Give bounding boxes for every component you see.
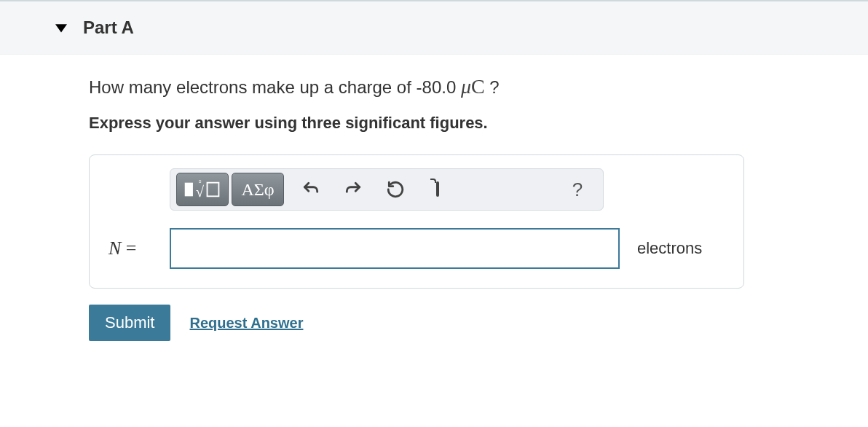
- toolbar-dark-group: ▫ √ ΑΣφ: [176, 173, 284, 206]
- keyboard-button[interactable]: [417, 173, 459, 206]
- help-icon: ?: [572, 179, 583, 201]
- request-answer-label: Request Answer: [189, 315, 303, 331]
- answer-panel: ▫ √ ΑΣφ: [89, 154, 744, 289]
- svg-text:√: √: [196, 184, 205, 200]
- answer-units: electrons: [637, 239, 702, 258]
- answer-row: N = electrons: [103, 228, 730, 269]
- equals-sign: =: [121, 238, 136, 259]
- svg-rect-1: [185, 183, 193, 197]
- redo-button[interactable]: [332, 173, 374, 206]
- question-prefix: How many electrons make up a charge of -…: [89, 77, 461, 97]
- templates-button[interactable]: ▫ √: [176, 173, 229, 206]
- greek-symbols-label: ΑΣφ: [241, 180, 274, 200]
- svg-rect-4: [208, 183, 219, 197]
- submit-button[interactable]: Submit: [89, 305, 170, 341]
- page-root: Part A How many electrons make up a char…: [0, 0, 868, 427]
- question-suffix: ?: [485, 77, 500, 97]
- question-text: How many electrons make up a charge of -…: [89, 72, 750, 101]
- equation-toolbar: ▫ √ ΑΣφ: [170, 168, 604, 211]
- svg-marker-0: [55, 24, 67, 32]
- collapse-caret-icon[interactable]: [55, 22, 67, 34]
- unit-micro: μ: [461, 75, 471, 98]
- variable-label: N =: [103, 238, 170, 259]
- instruction-text: Express your answer using three signific…: [89, 114, 750, 133]
- greek-symbols-button[interactable]: ΑΣφ: [232, 173, 284, 206]
- help-button[interactable]: ?: [558, 173, 597, 206]
- content-area: How many electrons make up a charge of -…: [0, 55, 750, 341]
- answer-input[interactable]: [170, 228, 620, 269]
- reset-button[interactable]: [374, 173, 417, 206]
- unit-coulomb: C: [471, 75, 485, 98]
- actions-row: Submit Request Answer: [89, 305, 750, 341]
- part-title: Part A: [83, 17, 134, 38]
- variable-symbol: N: [108, 238, 121, 259]
- submit-label: Submit: [105, 313, 154, 332]
- undo-button[interactable]: [290, 173, 332, 206]
- keyboard-icon: [436, 183, 439, 196]
- request-answer-link[interactable]: Request Answer: [189, 315, 303, 332]
- part-header: Part A: [0, 1, 868, 55]
